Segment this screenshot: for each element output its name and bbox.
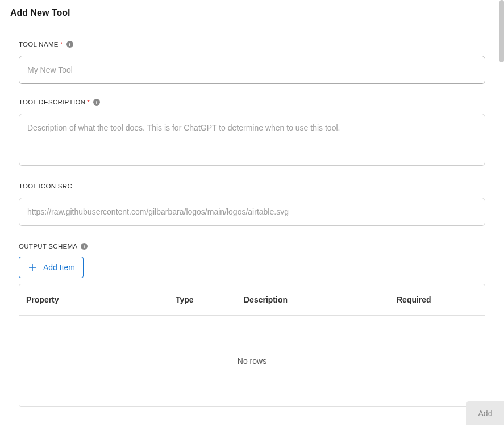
tool-name-label: TOOL NAME * i bbox=[19, 41, 485, 48]
tool-description-label: TOOL DESCRIPTION * i bbox=[19, 99, 485, 106]
info-icon[interactable]: i bbox=[66, 41, 73, 48]
column-header-type: Type bbox=[176, 295, 244, 304]
tool-icon-src-field-group: TOOL ICON SRC bbox=[19, 183, 485, 226]
no-rows-text: No rows bbox=[238, 356, 266, 366]
column-header-property: Property bbox=[26, 295, 176, 304]
required-asterisk: * bbox=[60, 41, 63, 48]
form-container: TOOL NAME * i TOOL DESCRIPTION * i TOOL … bbox=[0, 41, 504, 407]
tool-name-input[interactable] bbox=[19, 56, 485, 84]
scrollbar[interactable] bbox=[499, 0, 504, 62]
output-schema-field-group: OUTPUT SCHEMA i Add Item Property Type D… bbox=[19, 243, 485, 407]
add-item-label: Add Item bbox=[43, 263, 75, 272]
tool-icon-src-input[interactable] bbox=[19, 198, 485, 226]
output-schema-label-text: OUTPUT SCHEMA bbox=[19, 243, 77, 250]
footer: Add bbox=[466, 398, 504, 428]
add-item-button[interactable]: Add Item bbox=[19, 257, 84, 278]
page-title: Add New Tool bbox=[0, 0, 504, 26]
table-header: Property Type Description Required bbox=[19, 284, 485, 316]
output-schema-table: Property Type Description Required No ro… bbox=[19, 284, 485, 407]
tool-name-label-text: TOOL NAME bbox=[19, 41, 59, 48]
info-icon[interactable]: i bbox=[93, 99, 100, 106]
column-header-required: Required bbox=[397, 295, 478, 304]
plus-icon bbox=[27, 262, 38, 272]
tool-description-input[interactable] bbox=[19, 114, 485, 166]
info-icon[interactable]: i bbox=[81, 243, 88, 250]
table-body: No rows bbox=[19, 316, 485, 406]
column-header-description: Description bbox=[244, 295, 397, 304]
output-schema-label: OUTPUT SCHEMA i bbox=[19, 243, 485, 250]
tool-icon-src-label-text: TOOL ICON SRC bbox=[19, 183, 72, 190]
add-button[interactable]: Add bbox=[466, 401, 504, 425]
tool-description-label-text: TOOL DESCRIPTION bbox=[19, 99, 85, 106]
tool-name-field-group: TOOL NAME * i bbox=[19, 41, 485, 84]
tool-icon-src-label: TOOL ICON SRC bbox=[19, 183, 485, 190]
required-asterisk: * bbox=[87, 99, 90, 106]
tool-description-field-group: TOOL DESCRIPTION * i bbox=[19, 99, 485, 168]
